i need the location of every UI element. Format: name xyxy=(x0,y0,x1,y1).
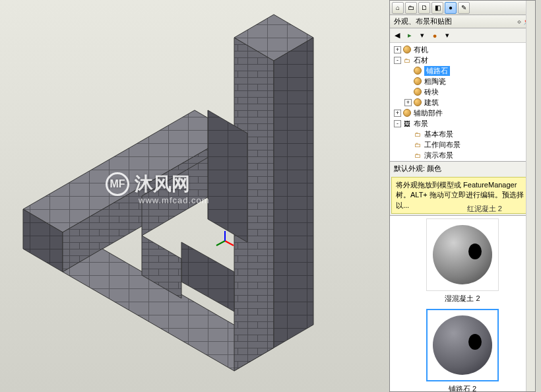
tree-expander-icon[interactable]: + xyxy=(394,46,401,53)
tree-item-label: 辅助部件 xyxy=(414,108,443,118)
appearance-tab-icon[interactable]: ● xyxy=(445,2,457,14)
back-icon[interactable]: ◀ xyxy=(392,30,402,41)
material-sphere-icon xyxy=(402,108,412,117)
more-icon[interactable]: ▾ xyxy=(442,30,453,41)
taskpane-tab-toolbar: ⌂ 🗀 🗋 ◧ ● ✎ xyxy=(390,1,535,15)
tree-item-label: 有机 xyxy=(414,45,428,55)
tree-item-label: 工作间布景 xyxy=(424,140,461,150)
folder-icon: 🗀 xyxy=(413,129,422,139)
watermark-sub: www.mfcad.com xyxy=(139,195,210,205)
svg-marker-20 xyxy=(274,38,313,348)
material-sphere-icon xyxy=(413,87,422,96)
tree-item[interactable]: +辅助部件 xyxy=(391,108,534,118)
tree-expander-icon[interactable]: - xyxy=(394,57,401,64)
tree-item-label: 粗陶瓷 xyxy=(424,77,446,86)
swatch-preview xyxy=(426,218,499,291)
material-sphere-icon xyxy=(413,77,422,86)
swatch-preview xyxy=(426,309,499,381)
swatch-label-cut: 红泥凝土 2 xyxy=(467,204,502,214)
tree-item[interactable]: 🗀演示布景 xyxy=(391,150,534,160)
appearance-toolbar: ◀ ▸ ▾ ● ▾ xyxy=(390,28,535,43)
swatch-label: 湿混凝土 2 xyxy=(393,294,532,304)
default-appearance-section: 默认外观: 颜色 将外观拖放到模型或 FeatureManager 树。ALT+… xyxy=(390,162,535,216)
tree-item-label: 建筑 xyxy=(424,98,439,108)
folder-icon: 🗀 xyxy=(413,140,422,149)
tree-item-label: 基本布景 xyxy=(424,129,453,139)
tree-item-label: 砖块 xyxy=(424,87,439,97)
tree-item[interactable]: 铺路石 xyxy=(391,65,534,76)
swatch-scrollbar[interactable] xyxy=(526,216,535,391)
watermark: MF 沐风网 xyxy=(106,172,190,197)
tree-item-label: 石材 xyxy=(414,55,428,65)
scene-icon: 🖼 xyxy=(402,119,412,128)
forward-icon[interactable]: ▸ xyxy=(404,30,415,41)
watermark-text: 沐风网 xyxy=(135,172,190,197)
tree-item[interactable]: +建筑 xyxy=(391,97,534,108)
material-sphere-icon xyxy=(402,45,412,54)
tree-item[interactable]: 砖块 xyxy=(391,86,534,97)
task-pane: ⌂ 🗀 🗋 ◧ ● ✎ 外观、布景和贴图 ⟐ 📌 ◀ ▸ ▾ ● ▾ +有机-🗀… xyxy=(389,0,536,392)
tree-item[interactable]: +有机 xyxy=(391,44,534,55)
tree-expander-icon[interactable]: - xyxy=(394,120,401,127)
sphere-mode-icon[interactable]: ● xyxy=(430,30,440,41)
home-tab-icon[interactable]: ⌂ xyxy=(392,2,404,14)
library-tab-icon[interactable]: 🗀 xyxy=(405,2,417,14)
view-tab-icon[interactable]: ◧ xyxy=(431,2,443,14)
appearance-swatch[interactable]: 铺路石 2 xyxy=(393,309,532,391)
material-sphere-icon xyxy=(413,98,422,107)
appearance-swatch-list[interactable]: 湿混凝土 2铺路石 2 xyxy=(390,216,535,391)
tree-item-label: 演示布景 xyxy=(424,150,453,160)
material-sphere-icon xyxy=(413,66,422,75)
tree-expander-icon[interactable]: + xyxy=(394,110,401,117)
model-viewport[interactable]: MF 沐风网 www.mfcad.com xyxy=(0,0,389,392)
tree-item[interactable]: -🖼布景 xyxy=(391,118,534,129)
appearance-tree[interactable]: +有机-🗀石材铺路石粗陶瓷砖块+建筑+辅助部件-🖼布景🗀基本布景🗀工作间布景🗀演… xyxy=(390,43,535,162)
panel-title-bar: 外观、布景和贴图 ⟐ 📌 xyxy=(390,15,535,28)
panel-title: 外观、布景和贴图 xyxy=(394,16,452,26)
watermark-badge-icon: MF xyxy=(106,172,129,196)
tree-item[interactable]: 粗陶瓷 xyxy=(391,76,534,86)
svg-marker-24 xyxy=(208,110,247,242)
tree-item-label: 布景 xyxy=(414,119,428,129)
custom-tab-icon[interactable]: ✎ xyxy=(458,2,470,14)
folder-icon: 🗀 xyxy=(413,150,422,160)
tree-item[interactable]: 🗀基本布景 xyxy=(391,129,534,139)
tree-item[interactable]: 🗀工作间布景 xyxy=(391,139,534,150)
tree-item[interactable]: -🗀石材 xyxy=(391,55,534,65)
swatch-label: 铺路石 2 xyxy=(393,384,532,391)
file-tab-icon[interactable]: 🗋 xyxy=(418,2,430,14)
tree-item-label: 铺路石 xyxy=(424,66,450,76)
default-appearance-label: 默认外观: 颜色 xyxy=(390,162,535,176)
drag-hint: 将外观拖放到模型或 FeatureManager 树。ALT+ 拖动可立即进行编… xyxy=(391,177,534,214)
appearance-swatch[interactable]: 湿混凝土 2 xyxy=(393,218,532,304)
folder-icon: 🗀 xyxy=(402,55,412,65)
tree-expander-icon[interactable]: + xyxy=(404,99,412,106)
dropdown-icon[interactable]: ▾ xyxy=(417,30,428,41)
